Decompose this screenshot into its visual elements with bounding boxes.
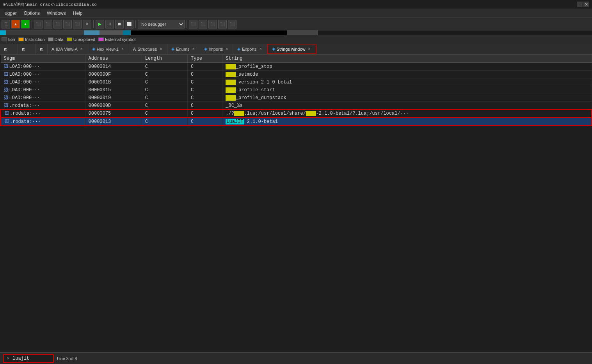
window-title: 0\LUA逆向\main_crack\libcocos2dlua.so	[3, 2, 97, 7]
menu-help[interactable]: Help	[70, 10, 86, 17]
toolbar-btn-4[interactable]: ⬛	[34, 20, 43, 28]
legend-color-external	[98, 37, 104, 41]
tab-ida-view[interactable]: A IDA View-A ×	[48, 44, 88, 54]
cell-type: C	[188, 63, 222, 71]
tab-mini-3[interactable]: ◩	[36, 44, 48, 54]
ind-seg-4	[100, 30, 123, 35]
table-row[interactable]: 🖼LOAD:000··· 00000015 C C _profile_start	[1, 86, 592, 94]
cell-len: C	[142, 63, 187, 71]
cell-type: C	[188, 78, 222, 86]
legend-external: External symbol	[98, 37, 135, 42]
cell-addr: 00000015	[85, 86, 142, 94]
cell-addr: 0000000D	[85, 102, 142, 110]
toolbar-sep-4	[187, 20, 187, 28]
toolbar-btn-extra-1[interactable]: ⬛	[189, 20, 197, 28]
tab-mini-1-close[interactable]	[9, 47, 14, 51]
ind-seg-6	[131, 30, 287, 35]
tab-hex-view[interactable]: ◈ Hex View-1 ×	[88, 44, 129, 54]
legend-color-tion	[2, 37, 7, 41]
string-highlight	[226, 64, 236, 69]
tab-ida-view-close[interactable]: ×	[79, 47, 84, 51]
col-header-type[interactable]: Type	[188, 55, 222, 63]
toolbar-play[interactable]: ▶	[96, 20, 104, 28]
tab-enums-close[interactable]: ×	[191, 47, 196, 51]
cell-type: C	[188, 94, 222, 102]
tab-strings-close[interactable]: ×	[307, 47, 312, 51]
tab-mini-1[interactable]: ◩	[0, 44, 18, 54]
toolbar-btn-8[interactable]: ⬛	[73, 20, 82, 28]
tab-strings-label: Strings window	[277, 47, 306, 51]
string-highlight	[226, 95, 236, 101]
tab-strings-window[interactable]: ◈ Strings window ×	[267, 44, 316, 54]
search-input[interactable]	[12, 356, 52, 361]
tab-hex-view-close[interactable]: ×	[120, 47, 125, 51]
table-row[interactable]: 🖼.rodata:··· 00000013 C C LuaJIT 2.1.0-b…	[1, 117, 592, 126]
minimize-button[interactable]: —	[577, 2, 583, 7]
cell-addr: 0000001B	[85, 78, 142, 86]
title-bar-controls: — ✕	[577, 2, 589, 7]
cell-string: _profile_stop	[222, 63, 592, 71]
tab-imports-close[interactable]: ×	[224, 47, 229, 51]
toolbar-pause[interactable]: ⏸	[105, 20, 114, 28]
table-row[interactable]: 🖼LOAD:000··· 0000001B C C _version_2_1_0…	[1, 78, 592, 86]
tab-structures-close[interactable]: ×	[158, 47, 163, 51]
toolbar-btn-1[interactable]: ☰	[2, 20, 10, 28]
menu-debugger[interactable]: ugger	[2, 10, 20, 17]
tab-exports-close[interactable]: ×	[258, 47, 263, 51]
tab-imports-icon: ◈	[204, 46, 207, 51]
tab-mini-2[interactable]: ◩	[18, 44, 36, 54]
legend-unexplored: Unexplored	[67, 37, 95, 42]
cell-type: C	[188, 71, 222, 78]
toolbar-btn-5[interactable]: ⬛	[44, 20, 52, 28]
cell-string: _version_2_1_0_beta1	[222, 78, 592, 86]
tab-mini-2-close[interactable]	[27, 47, 32, 51]
strings-table-wrapper[interactable]: Segm Address Length Type String 🖼LOAD:00…	[0, 55, 592, 352]
toolbar-btn-extra-4[interactable]: ⬛	[218, 20, 227, 28]
toolbar-btn-extra-3[interactable]: ⬛	[208, 20, 217, 28]
tab-enums[interactable]: ◈ Enums ×	[167, 44, 200, 54]
table-row[interactable]: 🖼.rodata:··· 0000000D C C _BC_%s	[1, 102, 592, 110]
toolbar-btn-9[interactable]: ✕	[83, 20, 91, 28]
row-icon: 🖼	[4, 119, 9, 124]
col-header-address[interactable]: Address	[85, 55, 142, 63]
tab-structures[interactable]: A Structures ×	[129, 44, 167, 54]
main-area: Segm Address Length Type String 🖼LOAD:00…	[0, 55, 592, 352]
cell-seg: 🖼LOAD:000···	[1, 78, 85, 86]
legend-label-unexplored: Unexplored	[73, 37, 95, 42]
close-button[interactable]: ✕	[583, 2, 589, 7]
toolbar-btn-6[interactable]: ⬛	[53, 20, 62, 28]
col-header-length[interactable]: Length	[142, 55, 187, 63]
toolbar: ☰ ▲ ● ⬛ ⬛ ⬛ ⬛ ⬛ ✕ ▶ ⏸ ⏹ ⬜ No debugger ⬛ …	[0, 18, 592, 30]
cell-addr: 00000013	[85, 117, 142, 126]
cell-string: _setmode	[222, 71, 592, 78]
table-row[interactable]: 🖼.rodata:··· 00000075 C C ./? .lua;/usr/…	[1, 110, 592, 118]
search-close-button[interactable]: ×	[5, 356, 11, 361]
toolbar-stop[interactable]: ⏹	[115, 20, 124, 28]
bottom-bar: × Line 3 of 8	[0, 352, 592, 364]
toolbar-btn-3[interactable]: ●	[21, 20, 30, 28]
toolbar-btn-7[interactable]: ⬛	[63, 20, 72, 28]
menu-windows[interactable]: Windows	[44, 10, 69, 17]
toolbar-btn-2[interactable]: ▲	[11, 20, 20, 28]
legend-label-instruction: Instruction	[25, 37, 45, 42]
toolbar-step[interactable]: ⬜	[125, 20, 133, 28]
cell-string: ./? .lua;/usr/local/share/ -2.1.0-beta1/…	[222, 110, 592, 118]
table-row[interactable]: 🖼LOAD:000··· 00000014 C C _profile_stop	[1, 63, 592, 71]
tab-structures-label: Structures	[137, 47, 157, 51]
col-header-string[interactable]: String	[222, 55, 592, 63]
table-row[interactable]: 🖼LOAD:000··· 00000019 C C _profile_dumps…	[1, 94, 592, 102]
cell-seg: 🖼.rodata:···	[1, 102, 85, 110]
cell-type: C	[188, 86, 222, 94]
debugger-dropdown[interactable]: No debugger	[138, 20, 185, 28]
tab-strings-icon: ◈	[272, 46, 275, 51]
table-row[interactable]: 🖼LOAD:000··· 0000000F C C _setmode	[1, 71, 592, 78]
cell-seg: 🖼.rodata:···	[1, 117, 85, 126]
menu-options[interactable]: Options	[21, 10, 43, 17]
string-highlight	[226, 87, 236, 93]
title-bar: 0\LUA逆向\main_crack\libcocos2dlua.so — ✕	[0, 0, 592, 9]
toolbar-btn-extra-2[interactable]: ⬛	[199, 20, 207, 28]
toolbar-btn-extra-5[interactable]: ⬛	[228, 20, 236, 28]
tab-imports[interactable]: ◈ Imports ×	[200, 44, 234, 54]
col-header-segm[interactable]: Segm	[1, 55, 85, 63]
tab-exports[interactable]: ◈ Exports ×	[233, 44, 267, 54]
